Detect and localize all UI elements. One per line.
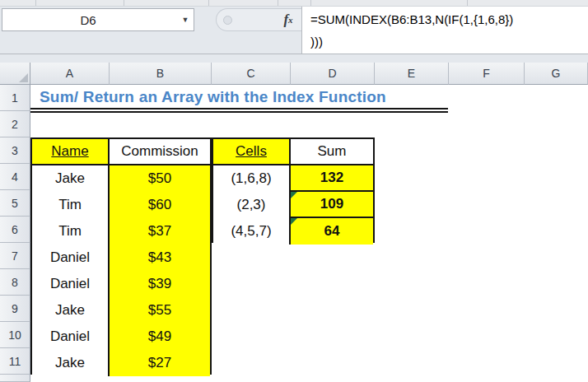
- cell-b11[interactable]: $27: [110, 350, 210, 376]
- cell-c5[interactable]: (2,3): [213, 192, 291, 218]
- name-box[interactable]: D6 ▼: [2, 8, 194, 31]
- row-header-8[interactable]: 8: [0, 269, 30, 296]
- row-header-9[interactable]: 9: [0, 296, 30, 322]
- cell-d5[interactable]: 109: [291, 192, 373, 218]
- cell-b7[interactable]: $43: [110, 245, 210, 271]
- excel-window: D6 ▼ fx =SUM(INDEX(B6:B13,N(IF(1,{1,6,8}…: [0, 0, 588, 382]
- row-header-4[interactable]: 4: [0, 164, 30, 190]
- row-header-6[interactable]: 6: [0, 217, 30, 243]
- insert-function-button[interactable]: fx: [275, 8, 301, 31]
- error-indicator-icon: [291, 218, 297, 225]
- cell-c4[interactable]: (1,6,8): [213, 165, 291, 192]
- row-header-1[interactable]: 1: [0, 85, 30, 111]
- cell-a11[interactable]: Jake: [32, 350, 110, 376]
- column-header-f[interactable]: F: [449, 63, 525, 85]
- name-box-value: D6: [2, 13, 177, 27]
- row-header-11[interactable]: 11: [0, 348, 30, 375]
- cell-a10[interactable]: Daniel: [32, 324, 110, 350]
- row-header-12-partial[interactable]: [0, 375, 30, 382]
- select-all-triangle-icon: [19, 73, 28, 82]
- formula-line-1: =SUM(INDEX(B6:B13,N(IF(1,{1,6,8}): [310, 8, 588, 30]
- commission-table: Name Commission Jake $50 Tim $60 Tim $37…: [30, 137, 212, 375]
- row-header-10[interactable]: 10: [0, 322, 30, 348]
- column-header-c[interactable]: C: [212, 63, 291, 85]
- cell-a5[interactable]: Tim: [32, 192, 110, 218]
- sum-column-header-cell[interactable]: Sum: [291, 139, 373, 165]
- column-header-b[interactable]: B: [110, 63, 212, 85]
- cell-c6[interactable]: (4,5,7): [213, 218, 291, 245]
- cell-d4[interactable]: 132: [291, 165, 373, 192]
- formula-input[interactable]: =SUM(INDEX(B6:B13,N(IF(1,{1,6,8}) ))): [301, 7, 588, 54]
- cell-d6[interactable]: 64: [291, 218, 373, 245]
- row-header-7[interactable]: 7: [0, 243, 30, 269]
- column-header-e[interactable]: E: [375, 63, 449, 85]
- row-header-5[interactable]: 5: [0, 190, 30, 217]
- formula-bar-resize-handle[interactable]: [223, 16, 232, 25]
- title-double-underline: [30, 108, 448, 113]
- cell-b9[interactable]: $55: [110, 297, 210, 324]
- name-box-dropdown-icon[interactable]: ▼: [177, 9, 194, 30]
- formula-bar-region: D6 ▼ fx =SUM(INDEX(B6:B13,N(IF(1,{1,6,8}…: [0, 0, 588, 63]
- formula-line-2: ))): [310, 30, 588, 53]
- commission-column-header-cell[interactable]: Commission: [110, 139, 210, 165]
- row-header-3[interactable]: 3: [0, 137, 30, 164]
- sum-table: Cells Sum (1,6,8) 132 (2,3) 109 (4,5,7) …: [212, 137, 375, 243]
- formula-bar-bottom-border: [0, 54, 588, 54]
- column-header-d[interactable]: D: [291, 63, 375, 85]
- cell-b5[interactable]: $60: [110, 192, 210, 218]
- cell-b10[interactable]: $49: [110, 324, 210, 350]
- cell-a4[interactable]: Jake: [32, 165, 110, 192]
- cell-b8[interactable]: $39: [110, 271, 210, 297]
- cell-b4[interactable]: $50: [110, 165, 210, 192]
- cells-column-header-cell[interactable]: Cells: [213, 139, 291, 165]
- cell-a6[interactable]: Tim: [32, 218, 110, 245]
- cell-b6[interactable]: $37: [110, 218, 210, 245]
- ribbon-bottom-strip: [0, 0, 588, 7]
- error-indicator-icon: [291, 192, 297, 198]
- column-header-g[interactable]: G: [525, 63, 588, 85]
- cell-a9[interactable]: Jake: [32, 297, 110, 324]
- row-header-2[interactable]: 2: [0, 111, 30, 137]
- cell-a7[interactable]: Daniel: [32, 245, 110, 271]
- column-header-a[interactable]: A: [30, 63, 110, 85]
- name-column-header-cell[interactable]: Name: [32, 139, 110, 165]
- select-all-corner[interactable]: [0, 63, 30, 85]
- cell-a8[interactable]: Daniel: [32, 271, 110, 297]
